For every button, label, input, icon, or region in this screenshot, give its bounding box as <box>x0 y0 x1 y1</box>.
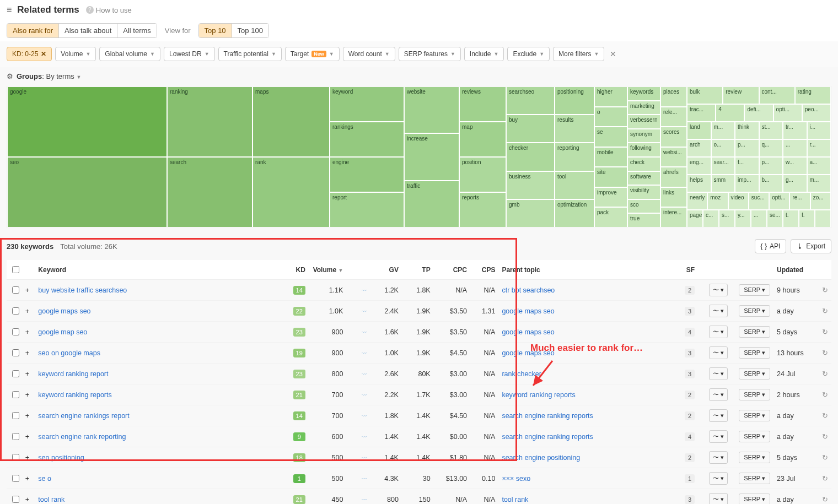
keyword-link[interactable]: search engine rankings report <box>38 412 129 420</box>
treemap-cell[interactable]: zo... <box>810 192 831 210</box>
expand-icon[interactable]: + <box>20 426 35 447</box>
treemap-cell[interactable]: helps <box>687 175 711 192</box>
position-history-button[interactable]: 〜 ▾ <box>709 346 728 359</box>
treemap-cell[interactable]: w... <box>783 157 807 175</box>
filter-traffic-potential[interactable]: Traffic potential▼ <box>218 47 282 61</box>
filter-include[interactable]: Include▼ <box>464 47 504 61</box>
tab-also-rank-for[interactable]: Also rank for <box>7 24 59 37</box>
filter-serp-features[interactable]: SERP features▼ <box>399 47 461 61</box>
treemap-cell[interactable]: se... <box>767 210 783 227</box>
treemap-cell[interactable]: following <box>627 143 660 157</box>
sf-badge[interactable]: 3 <box>685 349 695 357</box>
position-history-button[interactable]: 〜 ▾ <box>709 430 728 443</box>
treemap-cell[interactable]: google <box>7 86 167 157</box>
treemap-cell[interactable]: ahrefs <box>660 167 687 187</box>
row-checkbox[interactable] <box>12 391 19 398</box>
treemap-cell[interactable]: smm <box>711 175 735 192</box>
treemap-cell[interactable]: maps <box>253 86 330 157</box>
refresh-icon[interactable]: ↻ <box>822 432 828 441</box>
col-cpc[interactable]: CPC <box>434 260 470 280</box>
treemap-cell[interactable]: m... <box>711 122 735 139</box>
menu-icon[interactable]: ≡ <box>7 5 12 15</box>
treemap-cell[interactable]: checker <box>506 143 555 171</box>
serp-button[interactable]: SERP ▾ <box>739 326 770 338</box>
treemap-cell[interactable]: t. <box>783 210 799 227</box>
expand-icon[interactable]: + <box>20 489 35 505</box>
treemap-cell[interactable]: se <box>594 127 627 147</box>
treemap-cell[interactable]: trac... <box>687 104 716 122</box>
sf-badge[interactable]: 3 <box>685 307 695 316</box>
treemap-cell[interactable]: ... <box>783 139 807 157</box>
treemap-cell[interactable]: searchseo <box>506 86 555 115</box>
treemap-cell[interactable]: map <box>459 122 506 157</box>
treemap-cell[interactable]: y... <box>735 210 751 227</box>
treemap-cell[interactable]: report <box>330 192 404 227</box>
treemap-cell[interactable]: rele... <box>660 107 687 127</box>
treemap-cell[interactable]: peo... <box>802 104 831 122</box>
treemap-cell[interactable]: land <box>687 122 711 139</box>
treemap-cell[interactable]: cont... <box>759 86 795 104</box>
treemap-cell[interactable]: m... <box>807 175 831 192</box>
treemap-cell[interactable]: results <box>555 115 594 143</box>
expand-icon[interactable]: + <box>20 384 35 405</box>
parent-topic-link[interactable]: google maps seo <box>502 349 554 357</box>
serp-button[interactable]: SERP ▾ <box>739 389 770 400</box>
tab-also-talk-about[interactable]: Also talk about <box>59 24 117 37</box>
refresh-icon[interactable]: ↻ <box>822 453 828 462</box>
row-checkbox[interactable] <box>12 307 19 315</box>
settings-icon[interactable]: ⚙ <box>7 72 13 80</box>
parent-topic-link[interactable]: keyword ranking reports <box>502 391 575 399</box>
treemap-cell[interactable]: visibility <box>627 185 660 199</box>
position-history-button[interactable]: 〜 ▾ <box>709 284 728 296</box>
treemap-cell[interactable]: search <box>167 157 253 227</box>
position-history-button[interactable]: 〜 ▾ <box>709 326 728 338</box>
parent-topic-link[interactable]: ××× sexo <box>502 475 530 483</box>
parent-topic-link[interactable]: search engine positioning <box>502 454 580 462</box>
expand-icon[interactable]: + <box>20 280 35 301</box>
keyword-link[interactable]: buy website traffic searchseo <box>38 286 127 294</box>
treemap-cell[interactable]: seo <box>7 157 167 227</box>
sf-badge[interactable]: 1 <box>685 474 695 483</box>
serp-button[interactable]: SERP ▾ <box>739 494 770 504</box>
position-history-button[interactable]: 〜 ▾ <box>709 451 728 464</box>
row-checkbox[interactable] <box>12 475 19 482</box>
row-checkbox[interactable] <box>12 496 19 503</box>
serp-button[interactable]: SERP ▾ <box>739 452 770 463</box>
treemap-cell[interactable]: synonym <box>627 129 660 143</box>
treemap-cell[interactable]: true <box>627 213 660 227</box>
treemap-cell[interactable]: improve <box>594 187 627 208</box>
select-all-checkbox[interactable] <box>12 266 19 273</box>
treemap-cell[interactable]: o... <box>711 139 735 157</box>
row-checkbox[interactable] <box>12 328 19 335</box>
filter-kd-active[interactable]: KD: 0-25 ✕ <box>7 47 52 61</box>
sf-badge[interactable]: 3 <box>685 495 695 504</box>
refresh-icon[interactable]: ↻ <box>822 411 828 420</box>
col-kd[interactable]: KD <box>283 260 309 280</box>
treemap-cell[interactable]: website <box>404 86 459 133</box>
treemap-cell[interactable]: ... <box>751 210 767 227</box>
treemap-cell[interactable]: o <box>594 107 627 127</box>
treemap-cell[interactable]: r... <box>807 139 831 157</box>
filter-kd-clear-icon[interactable]: ✕ <box>41 50 46 58</box>
treemap-cell[interactable]: opti... <box>773 104 802 122</box>
toggle-top-10[interactable]: Top 10 <box>199 24 232 37</box>
close-filters-icon[interactable]: ✕ <box>610 50 616 58</box>
treemap-cell[interactable]: review <box>723 86 759 104</box>
treemap-cell[interactable]: ranking <box>167 86 253 157</box>
serp-button[interactable]: SERP ▾ <box>739 410 770 421</box>
position-history-button[interactable]: 〜 ▾ <box>709 409 728 422</box>
toggle-top-100[interactable]: Top 100 <box>232 24 268 37</box>
treemap-cell[interactable]: gmb <box>506 199 555 227</box>
treemap-cell[interactable]: 4 <box>716 104 744 122</box>
treemap-cell[interactable]: b... <box>759 175 783 192</box>
treemap-cell[interactable]: optimization <box>555 199 594 227</box>
treemap-cell[interactable]: engine <box>330 157 404 192</box>
treemap-cell[interactable]: page <box>687 210 703 227</box>
row-checkbox[interactable] <box>12 370 19 377</box>
refresh-icon[interactable]: ↻ <box>822 370 828 378</box>
treemap-cell[interactable]: links <box>660 187 687 208</box>
treemap-cell[interactable]: tr... <box>783 122 807 139</box>
position-history-button[interactable]: 〜 ▾ <box>709 493 728 504</box>
treemap-cell[interactable]: sco <box>627 199 660 214</box>
treemap-cell[interactable]: buy <box>506 115 555 143</box>
